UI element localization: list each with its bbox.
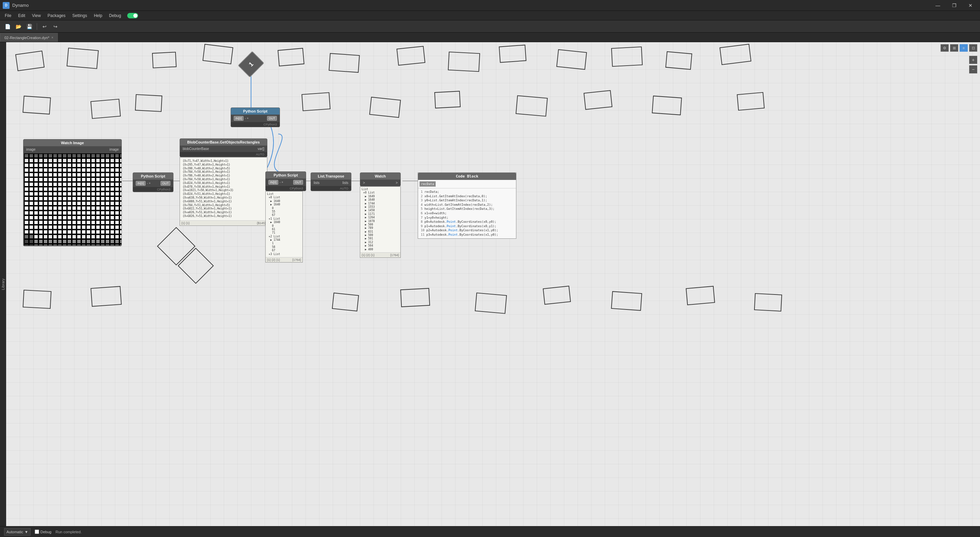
decorative-rect-27 <box>400 288 430 307</box>
code-block-node[interactable]: Code Block recData 1 recData; 2 x0=List.… <box>418 172 516 239</box>
decorative-rect-31 <box>686 286 715 305</box>
debug-checkbox-input[interactable] <box>35 529 39 534</box>
zoom-plus-btn[interactable]: + <box>969 56 977 64</box>
python-footer-left: {1} {2} {1} <box>267 258 280 262</box>
decorative-rect-8 <box>448 52 480 72</box>
nav-icon-3[interactable]: ≡ <box>959 44 968 52</box>
zoom-minus-btn[interactable]: − <box>969 65 977 73</box>
python-list-footer: {1} {2} {1} {1764} <box>266 257 302 262</box>
nav-icon-4[interactable]: ⊡ <box>969 44 977 52</box>
watch-footer-left: {1} {2} {1} <box>361 253 374 257</box>
python-script-1-header: Python Script <box>133 173 173 180</box>
python-top-in-port: IN[0] <box>234 116 243 121</box>
code-block-header: Code Block <box>418 173 516 180</box>
python-footer-right: {1764} <box>292 258 301 262</box>
lt-out-label: lists <box>342 181 348 185</box>
python-list-display: List +0 List ▶ 1640 ▶ 1640 0 55 67 +1 Li… <box>265 191 303 262</box>
menu-edit[interactable]: Edit <box>14 11 29 21</box>
menu-view[interactable]: View <box>29 11 44 21</box>
python-script-top-header: Python Script <box>231 108 280 114</box>
python-script-top-node[interactable]: Python Script IN[0] - + OUT CPython3 <box>231 108 280 127</box>
statusbar: Automatic ▼ Debug Run completed. <box>0 526 980 537</box>
library-label: Library <box>1 278 5 290</box>
python-script-1-node[interactable]: Python Script IN[0] - + OUT CPython3 <box>133 172 173 192</box>
minimize-button[interactable]: — <box>931 1 945 10</box>
decorative-rect-4 <box>202 44 233 64</box>
number-node[interactable]: 1 <box>238 51 264 78</box>
toolbar: 📄 📂 💾 ↩ ↪ <box>0 21 980 33</box>
decorative-rect-20 <box>516 95 548 117</box>
blob-body: blobCounterBase var[] <box>180 146 267 152</box>
decorative-rect-11 <box>611 47 643 67</box>
close-button[interactable]: ✕ <box>964 1 977 10</box>
binary-image-svg <box>24 153 121 245</box>
svg-rect-15 <box>24 153 121 158</box>
ps1-out-port: OUT <box>161 181 170 186</box>
list-transpose-node[interactable]: List.Transpose lists lists AUTO <box>310 172 352 191</box>
library-panel[interactable]: Library <box>0 42 6 526</box>
decorative-rect-5 <box>278 48 304 66</box>
lt-header: List.Transpose <box>311 173 351 180</box>
status-text: Run completed. <box>56 530 82 534</box>
canvas[interactable]: 1 Python Script IN[0] - + OUT CPython3 W… <box>6 42 980 526</box>
blob-footer-right: {$145} <box>257 221 266 225</box>
watch-list-content: List +0 List ▶ 1649 ▶ 1640 ▶ 1744 ▶ 1553… <box>360 187 400 253</box>
tab-close[interactable]: × <box>51 36 53 40</box>
python-script-2-node[interactable]: Python Script IN[0] - + OUT CPython3 <box>265 172 306 191</box>
decorative-rect-6 <box>329 53 360 73</box>
decorative-rect-3 <box>152 52 177 68</box>
python-list-content: List +0 List ▶ 1640 ▶ 1640 0 55 67 +1 Li… <box>266 191 302 257</box>
lt-in-label: lists <box>313 181 320 185</box>
decorative-rect-16 <box>135 94 162 112</box>
run-mode-arrow: ▼ <box>24 530 28 534</box>
titlebar: D Dynamo — ❐ ✕ <box>0 0 980 11</box>
code-lines: 1 recData; 2 x0=List.GetItemAtIndex(recD… <box>418 188 516 238</box>
blob-list-content: {X=71,Y=47,Width=1,Height=1} {X=295,Y=47… <box>180 157 267 220</box>
blob-counter-node[interactable]: BlobCounterBase.GetObjectsRectangles blo… <box>180 138 267 157</box>
maximize-button[interactable]: ❐ <box>947 1 961 10</box>
decorative-rect-17 <box>301 92 330 111</box>
menu-packages[interactable]: Packages <box>44 11 69 21</box>
decorative-rect-13 <box>719 44 751 65</box>
save-button[interactable]: 💾 <box>24 22 34 31</box>
debug-checkbox[interactable]: Debug <box>35 529 51 534</box>
watch-list-footer: {1} {2} {1} {1764} <box>360 253 400 257</box>
zoom-controls: + − <box>969 56 977 73</box>
decorative-rect-9 <box>499 44 526 63</box>
code-block-in-port: recData <box>419 181 436 187</box>
decorative-rect-10 <box>557 49 587 70</box>
decorative-rect-30 <box>611 291 642 311</box>
python-top-footer: CPython3 <box>231 122 280 127</box>
lt-body: lists lists <box>311 180 351 186</box>
python-top-out-port: OUT <box>267 116 277 121</box>
svg-rect-14 <box>24 153 121 245</box>
undo-button[interactable]: ↩ <box>40 22 49 31</box>
watch-body: > > <box>360 180 400 186</box>
watch-node[interactable]: Watch > > <box>360 172 401 186</box>
main-tab[interactable]: 02-RectangleCreation.dyn* × <box>0 33 58 42</box>
run-mode-label: Automatic <box>6 530 23 534</box>
watch-image-node[interactable]: Watch Image image image <box>23 139 122 246</box>
watch-image-out-label: image <box>110 148 119 151</box>
app-icon: D <box>3 2 10 9</box>
decorative-rect-25 <box>91 286 122 307</box>
run-dot <box>127 13 138 18</box>
svg-rect-17 <box>24 233 34 245</box>
decorative-rect-22 <box>652 95 682 115</box>
run-mode-select[interactable]: Automatic ▼ <box>4 528 30 535</box>
menu-settings[interactable]: Settings <box>69 11 91 21</box>
open-button[interactable]: 📂 <box>14 22 23 31</box>
menu-file[interactable]: File <box>2 11 14 21</box>
redo-button[interactable]: ↪ <box>51 22 60 31</box>
menu-debug[interactable]: Debug <box>106 11 124 21</box>
watch-image-canvas <box>24 153 121 245</box>
decorative-rect-19 <box>434 91 461 108</box>
decorative-rect-24 <box>23 290 52 309</box>
nav-icon-2[interactable]: ⊞ <box>950 44 958 52</box>
menu-help[interactable]: Help <box>91 11 106 21</box>
watch-image-in-label: image <box>26 148 35 151</box>
python-script-top-body: IN[0] - + OUT <box>231 114 280 122</box>
nav-icon-1[interactable]: ⚙ <box>940 44 949 52</box>
run-indicator[interactable] <box>127 13 138 18</box>
new-button[interactable]: 📄 <box>3 22 12 31</box>
